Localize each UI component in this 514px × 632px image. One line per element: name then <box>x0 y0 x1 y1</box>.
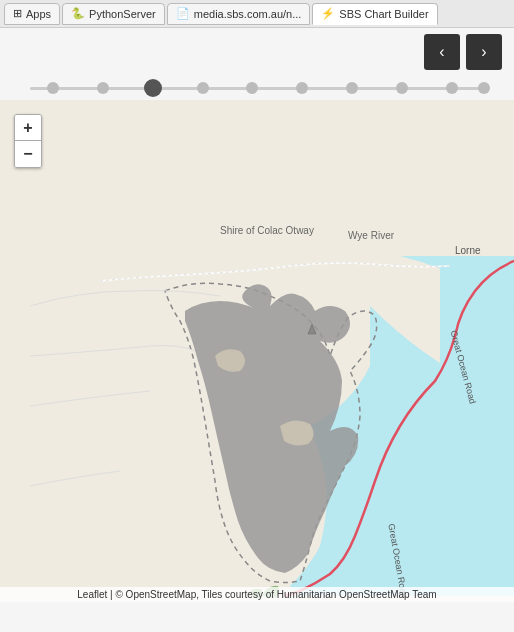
dot-3-active[interactable] <box>144 79 162 97</box>
next-button[interactable]: › <box>466 34 502 70</box>
dot-2[interactable] <box>97 82 109 94</box>
next-icon: › <box>481 43 486 61</box>
tab-media-label: media.sbs.com.au/n... <box>194 8 302 20</box>
tab-media[interactable]: 📄 media.sbs.com.au/n... <box>167 3 311 25</box>
tab-python-label: PythonServer <box>89 8 156 20</box>
zoom-in-button[interactable]: + <box>15 115 41 141</box>
prev-icon: ‹ <box>439 43 444 61</box>
zoom-out-icon: − <box>23 145 32 163</box>
prev-button[interactable]: ‹ <box>424 34 460 70</box>
chart-icon: ⚡ <box>321 7 335 20</box>
zoom-out-button[interactable]: − <box>15 141 41 167</box>
dot-4[interactable] <box>197 82 209 94</box>
dot-1[interactable] <box>47 82 59 94</box>
nav-buttons: ‹ › <box>424 34 502 70</box>
dot-6[interactable] <box>296 82 308 94</box>
label-shire: Shire of Colac Otway <box>220 225 314 236</box>
label-wye-river-top: Wye River <box>348 230 395 241</box>
slider-area <box>0 76 514 100</box>
attribution-text: Leaflet | © OpenStreetMap, Tiles courtes… <box>77 589 436 600</box>
svg-rect-1 <box>440 256 514 596</box>
dot-10[interactable] <box>478 82 490 94</box>
dot-5[interactable] <box>246 82 258 94</box>
python-icon: 🐍 <box>71 7 85 20</box>
slider-track[interactable] <box>30 87 484 90</box>
dot-9[interactable] <box>446 82 458 94</box>
tab-apps[interactable]: ⊞ Apps <box>4 3 60 25</box>
label-lorne: Lorne <box>455 245 481 256</box>
zoom-in-icon: + <box>23 119 32 137</box>
tab-chart-label: SBS Chart Builder <box>339 8 428 20</box>
dot-8[interactable] <box>396 82 408 94</box>
dot-7[interactable] <box>346 82 358 94</box>
tab-bar: ⊞ Apps 🐍 PythonServer 📄 media.sbs.com.au… <box>0 0 514 28</box>
map-container[interactable]: Shire of Colac Otway Wye River Lorne Gre… <box>0 100 514 602</box>
media-icon: 📄 <box>176 7 190 20</box>
map-zoom-controls: + − <box>14 114 42 168</box>
nav-area: ‹ › <box>0 28 514 76</box>
tab-apps-label: Apps <box>26 8 51 20</box>
apps-icon: ⊞ <box>13 7 22 20</box>
map-attribution: Leaflet | © OpenStreetMap, Tiles courtes… <box>0 587 514 602</box>
tab-python[interactable]: 🐍 PythonServer <box>62 3 165 25</box>
map-svg: Shire of Colac Otway Wye River Lorne Gre… <box>0 100 514 602</box>
tab-chart[interactable]: ⚡ SBS Chart Builder <box>312 3 437 25</box>
